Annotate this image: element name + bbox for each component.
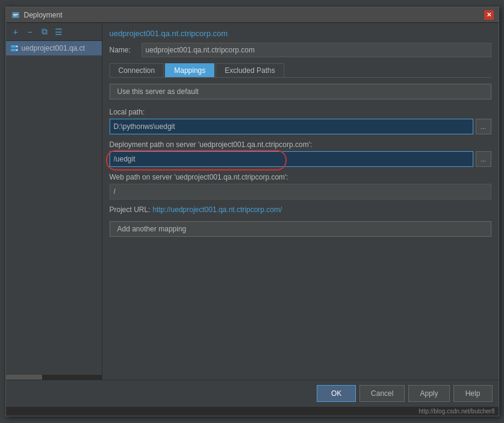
- local-path-browse-button[interactable]: ...: [476, 119, 491, 134]
- web-path-input[interactable]: [110, 184, 491, 199]
- tab-excluded-paths[interactable]: Excluded Paths: [216, 63, 284, 77]
- bottom-bar: OK Cancel Apply Help: [6, 380, 499, 407]
- remove-server-button[interactable]: −: [24, 26, 36, 38]
- web-path-section: Web path on server 'uedproject001.qa.nt.…: [110, 173, 491, 199]
- add-server-button[interactable]: +: [10, 26, 22, 38]
- local-path-input[interactable]: [110, 119, 473, 134]
- sidebar-scrollbar-thumb: [6, 375, 42, 380]
- tab-mappings[interactable]: Mappings: [165, 63, 214, 77]
- svg-point-5: [16, 46, 17, 47]
- help-button[interactable]: Help: [453, 385, 493, 402]
- content-area: + − ⧉ ☰ uedproject001.qa.ct: [6, 23, 499, 380]
- sidebar-toolbar: + − ⧉ ☰: [6, 23, 102, 41]
- watermark: http://blog.csdn.net/butcher8: [6, 407, 499, 416]
- sidebar: + − ⧉ ☰ uedproject001.qa.ct: [6, 23, 102, 380]
- deployment-path-input[interactable]: [110, 151, 473, 167]
- name-label: Name:: [110, 46, 137, 54]
- project-url-row: Project URL: http://uedproject001.qa.nt.…: [110, 205, 491, 214]
- close-button[interactable]: ✕: [484, 10, 494, 20]
- project-url-link[interactable]: http://uedproject001.qa.nt.ctripcorp.com…: [153, 205, 282, 214]
- svg-rect-1: [13, 14, 18, 15]
- main-panel: uedproject001.qa.nt.ctripcorp.com Name: …: [102, 23, 499, 380]
- sidebar-item-server[interactable]: uedproject001.qa.ct: [6, 41, 102, 55]
- cancel-button[interactable]: Cancel: [359, 385, 405, 402]
- add-mapping-button[interactable]: Add another mapping: [110, 221, 491, 237]
- local-path-label: Local path:: [110, 108, 491, 116]
- project-url-label: Project URL:: [110, 205, 151, 214]
- tabs: Connection Mappings Excluded Paths: [110, 63, 491, 78]
- svg-point-6: [16, 49, 17, 51]
- use-default-button[interactable]: Use this server as default: [110, 84, 491, 99]
- ok-button[interactable]: OK: [317, 385, 356, 402]
- deployment-path-row: ...: [110, 151, 491, 167]
- web-path-row: [110, 184, 491, 199]
- sidebar-item-label: uedproject001.qa.ct: [22, 44, 85, 52]
- deployment-path-section: Deployment path on server 'uedproject001…: [110, 140, 491, 167]
- svg-rect-0: [12, 12, 19, 18]
- deployment-path-label: Deployment path on server 'uedproject001…: [110, 140, 491, 149]
- window-icon: [11, 10, 20, 20]
- tab-connection[interactable]: Connection: [110, 63, 164, 77]
- name-row: Name:: [110, 43, 491, 57]
- window-title: Deployment: [24, 11, 484, 19]
- server-title: uedproject001.qa.nt.ctripcorp.com: [110, 29, 491, 38]
- server-icon: [10, 43, 19, 53]
- title-bar: Deployment ✕: [6, 7, 499, 23]
- web-path-label: Web path on server 'uedproject001.qa.nt.…: [110, 173, 491, 181]
- copy-server-button[interactable]: ⧉: [39, 26, 51, 38]
- apply-button[interactable]: Apply: [408, 385, 449, 402]
- svg-rect-2: [13, 15, 17, 16]
- local-path-row: ...: [110, 119, 491, 134]
- local-path-section: Local path: ...: [110, 108, 491, 134]
- settings-button[interactable]: ☰: [53, 26, 65, 38]
- name-input[interactable]: [142, 43, 491, 57]
- sidebar-scrollbar[interactable]: [6, 375, 102, 380]
- deployment-path-browse-button[interactable]: ...: [476, 151, 491, 167]
- deployment-dialog: Deployment ✕ + − ⧉ ☰ ue: [5, 7, 499, 416]
